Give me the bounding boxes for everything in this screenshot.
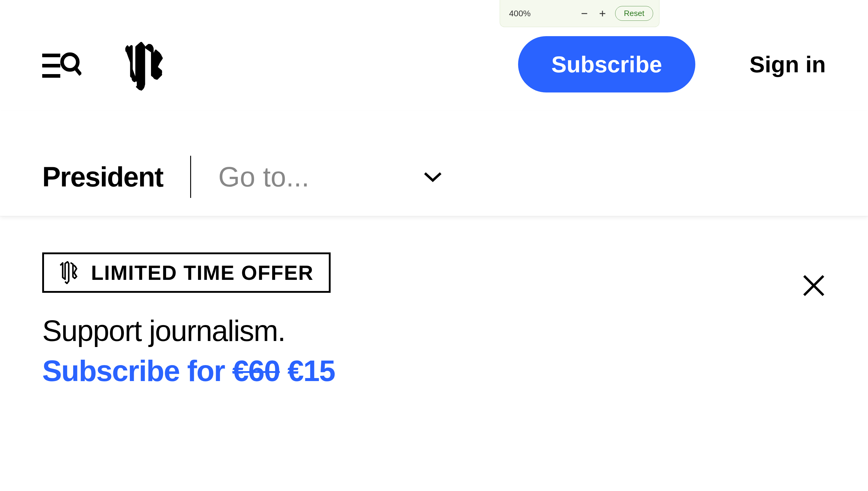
- site-header: Subscribe Sign in: [0, 0, 868, 111]
- zoom-control-bar: 400% Reset: [500, 0, 660, 27]
- promo-cta[interactable]: Subscribe for €60 €15: [42, 354, 826, 388]
- promo-badge: LIMITED TIME OFFER: [42, 253, 331, 293]
- wp-logo-icon: [123, 42, 163, 91]
- promo-close-button[interactable]: [802, 273, 826, 298]
- goto-dropdown[interactable]: Go to...: [218, 161, 442, 193]
- close-icon: [802, 273, 826, 298]
- plus-icon: [598, 9, 607, 18]
- zoom-percent-label: 400%: [506, 9, 531, 18]
- svg-line-7: [75, 68, 81, 75]
- wp-logo[interactable]: [123, 42, 163, 87]
- header-actions: Subscribe Sign in: [518, 36, 826, 92]
- minus-icon: [580, 9, 589, 18]
- nav-divider: [190, 156, 191, 198]
- zoom-in-button[interactable]: [596, 7, 609, 20]
- page-title: President: [42, 161, 163, 193]
- promo-headline: Support journalism.: [42, 314, 826, 348]
- promo-cta-price: €15: [280, 354, 335, 387]
- section-nav: President Go to...: [0, 111, 868, 216]
- menu-search-button[interactable]: [42, 49, 81, 80]
- goto-dropdown-label: Go to...: [218, 161, 309, 193]
- zoom-out-button[interactable]: [578, 7, 591, 20]
- promo-cta-prefix: Subscribe for: [42, 354, 232, 387]
- promo-cta-strike: €60: [232, 354, 280, 387]
- subscribe-button[interactable]: Subscribe: [518, 36, 695, 92]
- signin-link[interactable]: Sign in: [750, 51, 826, 78]
- wp-logo-small-icon: [59, 261, 79, 284]
- chevron-down-icon: [424, 171, 442, 183]
- promo-banner: LIMITED TIME OFFER Support journalism. S…: [0, 216, 868, 412]
- menu-search-icon: [42, 49, 81, 80]
- promo-badge-text: LIMITED TIME OFFER: [91, 261, 314, 284]
- svg-point-6: [62, 54, 78, 70]
- zoom-reset-button[interactable]: Reset: [615, 6, 653, 21]
